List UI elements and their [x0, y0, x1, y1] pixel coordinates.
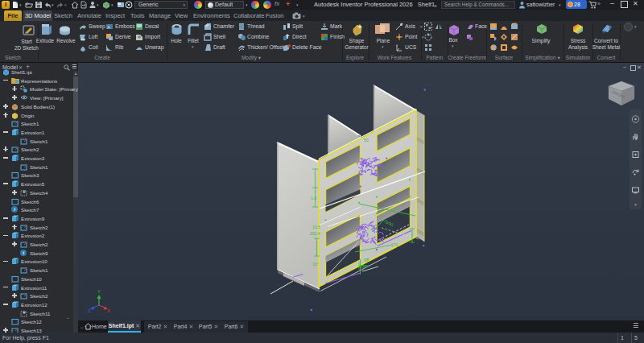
- svg-text:50: 50: [364, 138, 369, 143]
- svg-text:X: X: [107, 308, 110, 313]
- svg-text:Z: Z: [88, 308, 91, 313]
- svg-text:1.0: 1.0: [311, 196, 316, 200]
- svg-text:10°: 10°: [312, 262, 319, 267]
- svg-text:10.5: 10.5: [312, 225, 320, 229]
- svg-text:Y: Y: [97, 289, 101, 294]
- svg-text:170: 170: [391, 242, 398, 247]
- svg-text:150: 150: [360, 264, 367, 269]
- svg-text:A: A: [107, 25, 110, 30]
- svg-text:50: 50: [364, 258, 369, 262]
- svg-text:202.4: 202.4: [310, 231, 320, 236]
